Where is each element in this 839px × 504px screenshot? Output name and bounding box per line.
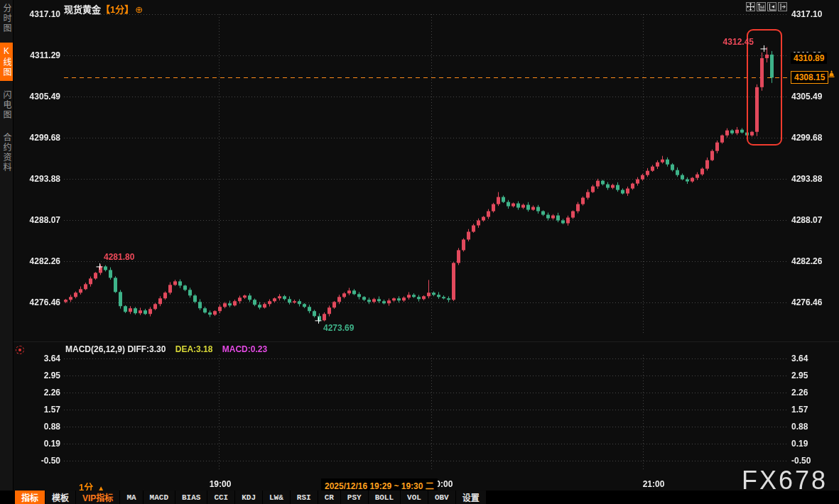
price-tick-left: 4282.26 (20, 256, 60, 266)
macd-dea-value: DEA:3.18 (175, 344, 213, 354)
toolbar-item-PSY[interactable]: PSY (340, 491, 368, 504)
toolbar-item-CR[interactable]: CR (318, 491, 340, 504)
price-tick-left: 4299.68 (20, 133, 60, 143)
toolbar-item-RSI[interactable]: RSI (290, 491, 318, 504)
time-tick: 21:00 (643, 479, 665, 489)
price-tick-left: 4293.88 (20, 174, 60, 184)
reference-price-tag: 4310.89 (791, 53, 827, 64)
toolbar-item-VOL[interactable]: VOL (400, 491, 428, 504)
price-tick-left: 4317.10 (20, 9, 60, 19)
toolbar-item-模板[interactable]: 模板 (45, 491, 75, 504)
zoom-in-icon[interactable]: ⊕ (135, 4, 143, 15)
last-price-tag: 4308.15 (791, 71, 828, 84)
pan-icon[interactable] (746, 2, 755, 11)
toolbar-item-MA[interactable]: MA (119, 491, 142, 504)
toolbar-item-VIP指标[interactable]: VIP指标 (75, 491, 119, 504)
macd-tick-right: 0.19 (791, 439, 808, 449)
macd-params-label: MACD(26,12,9) (65, 344, 125, 354)
macd-tick-left: 2.26 (20, 388, 60, 398)
sidebar-item-0[interactable]: 分时图 (0, 0, 13, 37)
price-tick-right: 4282.26 (791, 256, 822, 266)
macd-diff-value: DIFF:3.30 (127, 344, 166, 354)
sidebar-item-1[interactable]: K线图 (0, 43, 13, 81)
price-tick-left: 4311.29 (20, 50, 60, 60)
toolbar-item-指标[interactable]: 指标 (14, 491, 45, 504)
price-alert-icon[interactable] (827, 69, 836, 82)
price-tick-right: 4305.49 (791, 92, 822, 102)
macd-tick-right: 1.57 (791, 405, 808, 415)
toolbar-item-设置[interactable]: 设置 (455, 491, 486, 504)
record-indicator-icon (16, 346, 24, 354)
price-tick-right: 4293.88 (791, 174, 822, 184)
price-annotation: 4281.80 (104, 252, 134, 262)
price-tick-right: 4276.46 (791, 297, 822, 307)
macd-tick-left: 0.88 (20, 422, 60, 432)
macd-tick-left: 3.64 (20, 354, 60, 363)
macd-tick-left: -0.50 (20, 456, 60, 466)
toolbar-item-BOLL[interactable]: BOLL (368, 491, 400, 504)
sidebar-item-3[interactable]: 合约资料 (0, 129, 13, 176)
macd-tick-right: 3.64 (791, 354, 808, 363)
macd-tick-right: 2.95 (791, 371, 808, 380)
macd-header: MACD(26,12,9) DIFF:3.30 DEA:3.18 MACD:0.… (65, 344, 267, 354)
toolbar-item-MACD[interactable]: MACD (143, 491, 175, 504)
price-annotation: 4273.69 (323, 323, 354, 333)
price-tick-right: 4299.68 (791, 133, 822, 143)
interval-tag: 【1分】 (101, 4, 134, 15)
y-axis-scale-icon[interactable] (757, 2, 766, 11)
price-annotation: 4312.45 (723, 37, 754, 47)
panel-divider (13, 341, 839, 342)
macd-tick-right: -0.50 (791, 456, 811, 466)
price-tick-left: 4288.07 (20, 215, 60, 225)
price-tick-right: 4317.10 (791, 9, 822, 19)
macd-macd-value: MACD:0.23 (222, 344, 267, 354)
time-tick: 19:00 (210, 479, 232, 489)
toolbar-item-BIAS[interactable]: BIAS (175, 491, 207, 504)
price-tick-left: 4305.49 (20, 92, 60, 102)
toolbar-item-OBV[interactable]: OBV (428, 491, 455, 504)
price-tick-left: 4276.46 (20, 297, 60, 307)
sidebar: 分时图K线图闪电图合约资料 (0, 0, 13, 491)
symbol-name: 现货黄金 (64, 4, 101, 15)
price-tick-right: 4288.07 (791, 215, 822, 225)
macd-tick-left: 0.19 (20, 439, 60, 449)
toolbar-item-LW&[interactable]: LW& (262, 491, 290, 504)
macd-tick-right: 0.88 (791, 422, 808, 432)
trading-app-window: 现货黄金【1分】⊕ 分时图K线图闪电图合约资料 MACD(26,12,9) DI… (0, 0, 839, 504)
x-axis-scale-icon[interactable] (767, 2, 776, 11)
macd-tick-left: 2.95 (20, 371, 60, 380)
shift-right-icon[interactable] (778, 2, 787, 11)
indicator-toolbar: 指标模板VIP指标MAMACDBIASCCIKDJLW&RSICRPSYBOLL… (0, 491, 839, 504)
macd-tick-left: 1.57 (20, 405, 60, 415)
macd-tick-right: 2.26 (791, 388, 808, 398)
toolbar-item-KDJ[interactable]: KDJ (234, 491, 262, 504)
chart-title: 现货黄金【1分】⊕ (64, 2, 143, 16)
toolbar-item-CCI[interactable]: CCI (207, 491, 234, 504)
sidebar-item-2[interactable]: 闪电图 (0, 87, 13, 124)
